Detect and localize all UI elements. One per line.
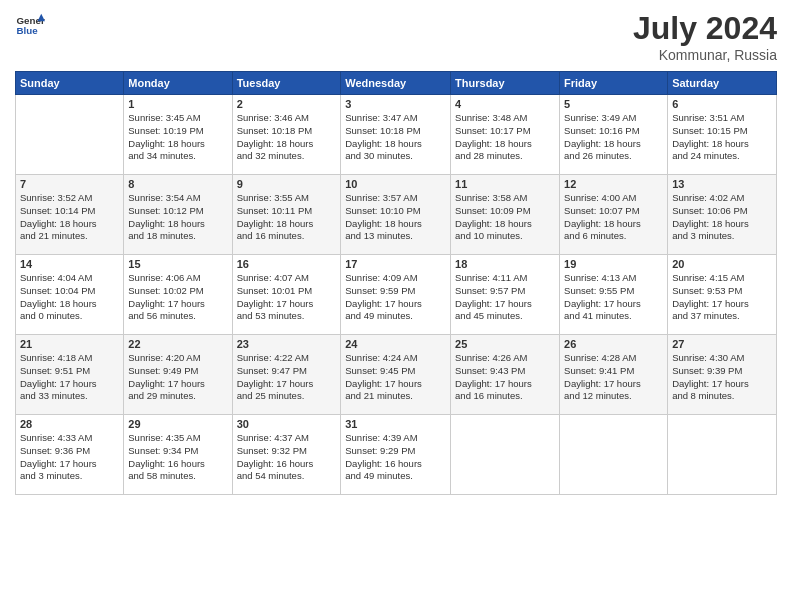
- day-number: 19: [564, 258, 663, 270]
- day-number: 28: [20, 418, 119, 430]
- day-cell: 23Sunrise: 4:22 AMSunset: 9:47 PMDayligh…: [232, 335, 341, 415]
- title-block: July 2024 Kommunar, Russia: [633, 10, 777, 63]
- day-cell: 3Sunrise: 3:47 AMSunset: 10:18 PMDayligh…: [341, 95, 451, 175]
- page-header: General Blue July 2024 Kommunar, Russia: [15, 10, 777, 63]
- day-cell: 4Sunrise: 3:48 AMSunset: 10:17 PMDayligh…: [451, 95, 560, 175]
- day-cell: 11Sunrise: 3:58 AMSunset: 10:09 PMDaylig…: [451, 175, 560, 255]
- day-number: 8: [128, 178, 227, 190]
- day-info: Sunrise: 3:45 AMSunset: 10:19 PMDaylight…: [128, 112, 227, 163]
- day-number: 2: [237, 98, 337, 110]
- day-info: Sunrise: 4:18 AMSunset: 9:51 PMDaylight:…: [20, 352, 119, 403]
- day-info: Sunrise: 3:52 AMSunset: 10:14 PMDaylight…: [20, 192, 119, 243]
- day-info: Sunrise: 4:39 AMSunset: 9:29 PMDaylight:…: [345, 432, 446, 483]
- day-info: Sunrise: 4:04 AMSunset: 10:04 PMDaylight…: [20, 272, 119, 323]
- day-cell: 13Sunrise: 4:02 AMSunset: 10:06 PMDaylig…: [668, 175, 777, 255]
- day-number: 17: [345, 258, 446, 270]
- svg-text:Blue: Blue: [17, 25, 39, 36]
- day-info: Sunrise: 4:11 AMSunset: 9:57 PMDaylight:…: [455, 272, 555, 323]
- day-cell: 29Sunrise: 4:35 AMSunset: 9:34 PMDayligh…: [124, 415, 232, 495]
- day-number: 11: [455, 178, 555, 190]
- day-info: Sunrise: 3:57 AMSunset: 10:10 PMDaylight…: [345, 192, 446, 243]
- day-cell: 24Sunrise: 4:24 AMSunset: 9:45 PMDayligh…: [341, 335, 451, 415]
- day-cell: 5Sunrise: 3:49 AMSunset: 10:16 PMDayligh…: [560, 95, 668, 175]
- day-cell: 17Sunrise: 4:09 AMSunset: 9:59 PMDayligh…: [341, 255, 451, 335]
- day-cell: 9Sunrise: 3:55 AMSunset: 10:11 PMDayligh…: [232, 175, 341, 255]
- day-cell: 6Sunrise: 3:51 AMSunset: 10:15 PMDayligh…: [668, 95, 777, 175]
- day-number: 7: [20, 178, 119, 190]
- day-number: 30: [237, 418, 337, 430]
- day-info: Sunrise: 3:58 AMSunset: 10:09 PMDaylight…: [455, 192, 555, 243]
- day-cell: 12Sunrise: 4:00 AMSunset: 10:07 PMDaylig…: [560, 175, 668, 255]
- day-cell: 1Sunrise: 3:45 AMSunset: 10:19 PMDayligh…: [124, 95, 232, 175]
- day-number: 23: [237, 338, 337, 350]
- day-number: 21: [20, 338, 119, 350]
- day-number: 5: [564, 98, 663, 110]
- day-info: Sunrise: 4:33 AMSunset: 9:36 PMDaylight:…: [20, 432, 119, 483]
- day-info: Sunrise: 4:09 AMSunset: 9:59 PMDaylight:…: [345, 272, 446, 323]
- day-cell: 19Sunrise: 4:13 AMSunset: 9:55 PMDayligh…: [560, 255, 668, 335]
- day-info: Sunrise: 4:35 AMSunset: 9:34 PMDaylight:…: [128, 432, 227, 483]
- day-info: Sunrise: 4:30 AMSunset: 9:39 PMDaylight:…: [672, 352, 772, 403]
- day-info: Sunrise: 4:13 AMSunset: 9:55 PMDaylight:…: [564, 272, 663, 323]
- day-info: Sunrise: 3:48 AMSunset: 10:17 PMDaylight…: [455, 112, 555, 163]
- day-cell: 21Sunrise: 4:18 AMSunset: 9:51 PMDayligh…: [16, 335, 124, 415]
- day-info: Sunrise: 4:20 AMSunset: 9:49 PMDaylight:…: [128, 352, 227, 403]
- week-row-5: 28Sunrise: 4:33 AMSunset: 9:36 PMDayligh…: [16, 415, 777, 495]
- day-number: 1: [128, 98, 227, 110]
- day-number: 13: [672, 178, 772, 190]
- day-info: Sunrise: 4:28 AMSunset: 9:41 PMDaylight:…: [564, 352, 663, 403]
- logo-icon: General Blue: [15, 10, 45, 40]
- day-info: Sunrise: 4:00 AMSunset: 10:07 PMDaylight…: [564, 192, 663, 243]
- logo: General Blue: [15, 10, 45, 40]
- day-number: 24: [345, 338, 446, 350]
- day-info: Sunrise: 4:22 AMSunset: 9:47 PMDaylight:…: [237, 352, 337, 403]
- col-header-thursday: Thursday: [451, 72, 560, 95]
- day-number: 27: [672, 338, 772, 350]
- day-cell: 16Sunrise: 4:07 AMSunset: 10:01 PMDaylig…: [232, 255, 341, 335]
- day-number: 12: [564, 178, 663, 190]
- week-row-3: 14Sunrise: 4:04 AMSunset: 10:04 PMDaylig…: [16, 255, 777, 335]
- day-info: Sunrise: 3:47 AMSunset: 10:18 PMDaylight…: [345, 112, 446, 163]
- col-header-tuesday: Tuesday: [232, 72, 341, 95]
- day-cell: 2Sunrise: 3:46 AMSunset: 10:18 PMDayligh…: [232, 95, 341, 175]
- day-cell: 8Sunrise: 3:54 AMSunset: 10:12 PMDayligh…: [124, 175, 232, 255]
- calendar-table: SundayMondayTuesdayWednesdayThursdayFrid…: [15, 71, 777, 495]
- day-cell: 27Sunrise: 4:30 AMSunset: 9:39 PMDayligh…: [668, 335, 777, 415]
- day-cell: 15Sunrise: 4:06 AMSunset: 10:02 PMDaylig…: [124, 255, 232, 335]
- day-cell: 28Sunrise: 4:33 AMSunset: 9:36 PMDayligh…: [16, 415, 124, 495]
- day-number: 20: [672, 258, 772, 270]
- day-number: 3: [345, 98, 446, 110]
- day-number: 26: [564, 338, 663, 350]
- day-info: Sunrise: 3:55 AMSunset: 10:11 PMDaylight…: [237, 192, 337, 243]
- col-header-sunday: Sunday: [16, 72, 124, 95]
- col-header-wednesday: Wednesday: [341, 72, 451, 95]
- day-cell: [16, 95, 124, 175]
- day-number: 15: [128, 258, 227, 270]
- day-cell: 20Sunrise: 4:15 AMSunset: 9:53 PMDayligh…: [668, 255, 777, 335]
- day-cell: 25Sunrise: 4:26 AMSunset: 9:43 PMDayligh…: [451, 335, 560, 415]
- day-info: Sunrise: 4:26 AMSunset: 9:43 PMDaylight:…: [455, 352, 555, 403]
- day-number: 22: [128, 338, 227, 350]
- day-number: 31: [345, 418, 446, 430]
- day-number: 10: [345, 178, 446, 190]
- day-info: Sunrise: 3:46 AMSunset: 10:18 PMDaylight…: [237, 112, 337, 163]
- day-info: Sunrise: 4:15 AMSunset: 9:53 PMDaylight:…: [672, 272, 772, 323]
- week-row-2: 7Sunrise: 3:52 AMSunset: 10:14 PMDayligh…: [16, 175, 777, 255]
- day-info: Sunrise: 4:06 AMSunset: 10:02 PMDaylight…: [128, 272, 227, 323]
- day-info: Sunrise: 4:24 AMSunset: 9:45 PMDaylight:…: [345, 352, 446, 403]
- day-info: Sunrise: 3:51 AMSunset: 10:15 PMDaylight…: [672, 112, 772, 163]
- day-cell: 7Sunrise: 3:52 AMSunset: 10:14 PMDayligh…: [16, 175, 124, 255]
- col-header-friday: Friday: [560, 72, 668, 95]
- day-cell: 10Sunrise: 3:57 AMSunset: 10:10 PMDaylig…: [341, 175, 451, 255]
- day-info: Sunrise: 4:07 AMSunset: 10:01 PMDaylight…: [237, 272, 337, 323]
- day-number: 16: [237, 258, 337, 270]
- day-info: Sunrise: 4:02 AMSunset: 10:06 PMDaylight…: [672, 192, 772, 243]
- day-cell: [451, 415, 560, 495]
- day-number: 29: [128, 418, 227, 430]
- day-number: 25: [455, 338, 555, 350]
- day-number: 6: [672, 98, 772, 110]
- week-row-4: 21Sunrise: 4:18 AMSunset: 9:51 PMDayligh…: [16, 335, 777, 415]
- day-cell: [668, 415, 777, 495]
- day-number: 14: [20, 258, 119, 270]
- day-cell: 18Sunrise: 4:11 AMSunset: 9:57 PMDayligh…: [451, 255, 560, 335]
